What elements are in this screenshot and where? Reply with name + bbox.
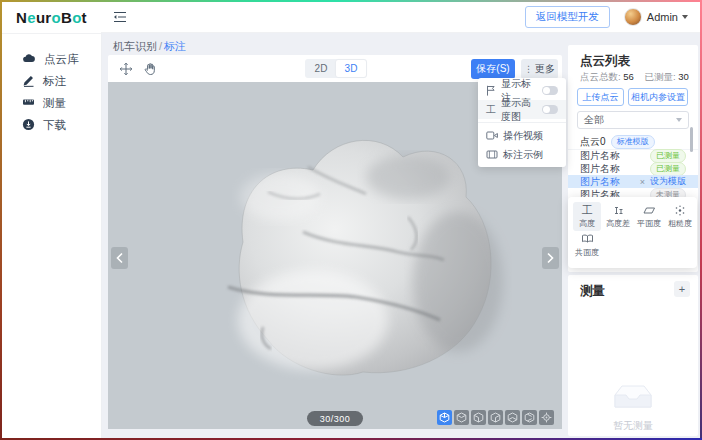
tool-label: 粗糙度 <box>668 218 692 229</box>
sidebar-item-annotate[interactable]: 标注 <box>2 70 101 92</box>
user-name: Admin <box>647 11 678 23</box>
set-as-template-link[interactable]: 设为模版 <box>650 175 686 188</box>
menu-item-example[interactable]: 标注示例 <box>478 145 566 164</box>
download-icon <box>22 118 35 133</box>
menu-item-label: 操作视频 <box>503 129 543 143</box>
sidebar-item-download[interactable]: 下载 <box>2 114 101 136</box>
chevron-down-icon <box>682 15 688 19</box>
view-isometric-button[interactable] <box>437 410 452 425</box>
back-to-model-dev-button[interactable]: 返回模型开发 <box>525 6 610 28</box>
empty-box-icon <box>610 380 656 412</box>
show-heightmap-toggle[interactable] <box>542 105 558 114</box>
reset-view-button[interactable] <box>539 410 554 425</box>
tool-flatness[interactable]: 平面度 <box>635 202 663 231</box>
tool-roughness[interactable]: 粗糙度 <box>666 202 694 231</box>
view-top-button[interactable] <box>522 410 537 425</box>
add-measure-button[interactable]: + <box>674 281 690 297</box>
pointcloud-group-name: 点云0 <box>580 135 606 149</box>
coplanarity-icon <box>581 233 594 245</box>
chevron-down-icon <box>676 118 682 122</box>
close-icon[interactable]: × <box>640 177 645 187</box>
measured-value: 30 <box>678 71 689 82</box>
flag-icon <box>486 85 496 96</box>
image-name: 图片名称 <box>580 175 620 189</box>
view-left-button[interactable] <box>488 410 503 425</box>
cloud-icon <box>22 52 36 66</box>
breadcrumb-section[interactable]: 机车识别 <box>113 40 157 52</box>
sidebar-item-label: 测量 <box>43 96 66 111</box>
more-dropdown-menu: 显示标注 工 显示高度图 操作视频 标注示例 <box>478 78 566 167</box>
app-logo: NeuroBot <box>2 2 101 34</box>
list-scrollbar[interactable] <box>690 127 693 152</box>
view-front-button[interactable] <box>454 410 469 425</box>
filter-select[interactable]: 全部 <box>577 111 689 129</box>
sidebar-item-label: 下载 <box>43 118 66 133</box>
logo-part: N <box>16 9 27 26</box>
upload-pointcloud-button[interactable]: 上传点云 <box>577 88 624 106</box>
pen-icon <box>22 74 35 89</box>
show-annotation-toggle[interactable] <box>542 86 558 95</box>
header: 返回模型开发 Admin <box>101 2 700 33</box>
image-row[interactable]: 图片名称 已测量 <box>568 162 698 175</box>
image-counter: 30/300 <box>307 411 363 426</box>
sidebar: NeuroBot 点云库 标注 测量 下载 <box>2 2 102 438</box>
view-orientation-toolbar <box>437 410 554 425</box>
logo-part-accent: o <box>72 9 81 26</box>
view-2d-button[interactable]: 2D <box>306 60 336 77</box>
measure-empty-state: 暂无测量 <box>568 380 698 433</box>
template-tag: 标准模版 <box>611 135 655 149</box>
measure-title: 测量 <box>580 283 605 300</box>
view-mode-segmented: 2D 3D <box>305 59 367 78</box>
tool-height-diff[interactable]: 高度差 <box>604 202 632 231</box>
tool-label: 高度差 <box>606 218 630 229</box>
breadcrumb: 机车识别/标注 <box>113 39 186 54</box>
video-icon <box>486 131 498 140</box>
image-name: 图片名称 <box>580 149 620 163</box>
logo-part-accent: e <box>27 9 36 26</box>
logo-part: t <box>82 9 87 26</box>
move-tool-icon[interactable] <box>118 61 133 76</box>
user-menu[interactable]: Admin <box>647 11 688 23</box>
roughness-icon <box>674 204 686 216</box>
prev-image-button[interactable] <box>111 247 128 269</box>
frame-icon <box>486 150 498 159</box>
camera-params-button[interactable]: 相机内参设置 <box>628 88 688 106</box>
measure-tools-popup: 工 高度 高度差 平面度 粗糙度 共面度 <box>568 197 697 268</box>
sidebar-item-label: 标注 <box>43 74 66 89</box>
tool-coplanarity[interactable]: 共面度 <box>573 231 601 260</box>
view-back-button[interactable] <box>471 410 486 425</box>
measured-tag: 已测量 <box>650 162 686 176</box>
tool-label: 平面度 <box>637 218 661 229</box>
image-row[interactable]: 图片名称 已测量 <box>568 149 698 162</box>
logo-part: ur <box>36 9 52 26</box>
menu-item-video[interactable]: 操作视频 <box>478 126 566 145</box>
measured-label: 已测量: <box>645 71 676 82</box>
sidebar-item-measure[interactable]: 测量 <box>2 92 101 114</box>
total-label: 点云总数: <box>580 71 621 82</box>
tool-label: 高度 <box>579 218 595 229</box>
user-avatar[interactable] <box>624 8 642 26</box>
pan-hand-icon[interactable] <box>142 61 157 76</box>
menu-fold-icon[interactable] <box>113 10 129 24</box>
row-actions: × 设为模版 <box>640 175 686 188</box>
panel-buttons: 上传点云 相机内参设置 <box>577 88 688 106</box>
menu-item-show-heightmap[interactable]: 工 显示高度图 <box>478 100 566 119</box>
view-right-button[interactable] <box>505 410 520 425</box>
total-value: 56 <box>623 71 634 82</box>
empty-text: 暂无测量 <box>568 419 698 433</box>
next-image-button[interactable] <box>542 247 559 269</box>
flatness-icon <box>643 204 656 216</box>
view-3d-button[interactable]: 3D <box>336 60 366 77</box>
ruler-icon <box>22 96 35 111</box>
image-row-selected[interactable]: 图片名称 × 设为模版 <box>568 175 698 188</box>
tool-height[interactable]: 工 高度 <box>573 202 601 231</box>
tool-label: 共面度 <box>575 247 599 258</box>
height-tool-icon: 工 <box>582 204 593 216</box>
height-icon: 工 <box>486 105 496 115</box>
menu-item-label: 显示高度图 <box>501 96 537 124</box>
vertical-dots-icon: ⋮ <box>524 64 533 74</box>
sidebar-item-pointcloud-library[interactable]: 点云库 <box>2 48 101 70</box>
panel-title: 点云列表 <box>580 53 630 70</box>
sidebar-item-label: 点云库 <box>44 52 79 67</box>
height-diff-icon <box>613 204 624 216</box>
